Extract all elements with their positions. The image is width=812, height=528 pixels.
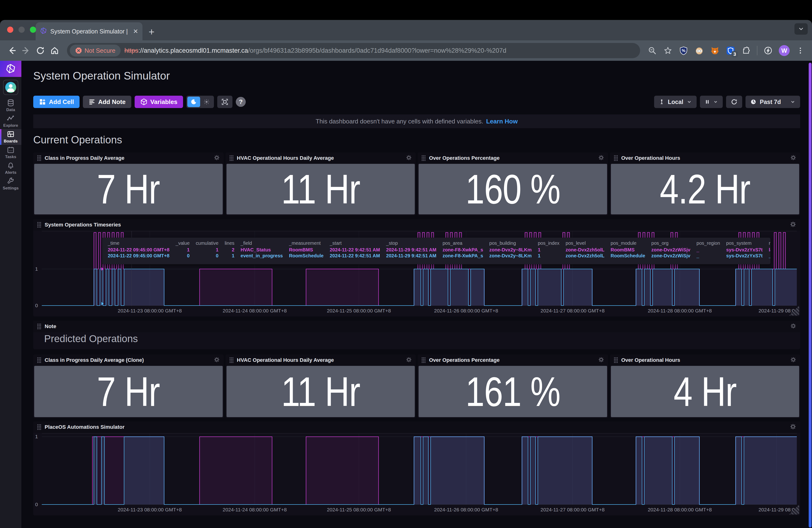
- add-note-button[interactable]: Add Note: [83, 96, 131, 108]
- automations-x-axis: 2024-11-23 08:00:00 GMT+82024-11-24 08:0…: [42, 507, 797, 514]
- app-sidebar: Data Explore Boards Tasks Alerts: [0, 61, 21, 528]
- dark-mode-button[interactable]: [187, 97, 200, 107]
- tab-search-chevron-button[interactable]: [795, 23, 808, 35]
- cell-gear-icon[interactable]: [214, 356, 220, 364]
- cell-title: Note: [45, 323, 787, 329]
- stat-value: 7 Hr: [97, 165, 160, 213]
- drag-handle[interactable]: [229, 357, 234, 363]
- variables-button[interactable]: Variables: [135, 96, 183, 108]
- cell-gear-icon[interactable]: [790, 323, 796, 330]
- new-tab-button[interactable]: +: [149, 27, 155, 37]
- sidebar-item-explore[interactable]: Explore: [0, 114, 21, 129]
- extensions-puzzle-icon[interactable]: [741, 46, 751, 56]
- extension-bitwarden-icon[interactable]: 3: [726, 46, 736, 56]
- cell-gear-icon[interactable]: [214, 155, 220, 162]
- not-secure-icon: [75, 47, 82, 54]
- zoom-page-icon[interactable]: [647, 46, 657, 56]
- sidebar-item-alerts[interactable]: Alerts: [0, 161, 21, 176]
- pause-icon: [705, 99, 710, 104]
- sidebar-item-tasks[interactable]: Tasks: [0, 145, 21, 161]
- add-cell-button[interactable]: Add Cell: [33, 96, 79, 108]
- zoom-window-button[interactable]: [30, 27, 36, 33]
- light-mode-button[interactable]: [200, 97, 213, 107]
- tab-title: System Operation Simulator |: [50, 28, 130, 35]
- section-current-operations: Current Operations: [33, 134, 800, 149]
- cell-title: HVAC Operational Hours Daily Average: [237, 155, 403, 161]
- cell-gear-icon[interactable]: [406, 356, 412, 364]
- cell-title: Class in Progress Daily Average (Clone): [45, 357, 211, 363]
- cell-gear-icon[interactable]: [790, 356, 796, 364]
- sidebar-item-data[interactable]: Data: [0, 98, 21, 114]
- profile-avatar[interactable]: W: [779, 45, 790, 56]
- drag-handle[interactable]: [37, 155, 41, 161]
- minimize-window-button[interactable]: [18, 27, 25, 33]
- home-button[interactable]: [49, 45, 60, 56]
- svg-text:%: %: [682, 48, 685, 53]
- browser-menu-icon[interactable]: [795, 46, 806, 56]
- browser-tab[interactable]: System Operation Simulator | ✕: [35, 22, 143, 40]
- add-note-label: Add Note: [98, 98, 126, 106]
- drag-handle[interactable]: [614, 155, 618, 161]
- refresh-button[interactable]: [726, 96, 742, 108]
- drag-handle[interactable]: [37, 323, 41, 329]
- window-controls: [7, 27, 36, 33]
- page-scrollbar[interactable]: [809, 63, 812, 528]
- browser-toolbar: Not Secure https://analytics.placeosmdl0…: [0, 40, 812, 61]
- bookmark-star-icon[interactable]: [663, 46, 673, 56]
- cell-gear-icon[interactable]: [790, 221, 796, 229]
- automations-plot[interactable]: 10: [42, 433, 797, 505]
- forward-button[interactable]: [21, 45, 31, 56]
- drag-handle[interactable]: [229, 155, 234, 161]
- drag-handle[interactable]: [37, 357, 41, 363]
- address-bar[interactable]: Not Secure https://analytics.placeosmdl0…: [67, 43, 640, 58]
- tab-close-icon[interactable]: ✕: [133, 28, 138, 35]
- close-window-button[interactable]: [7, 27, 13, 33]
- sidebar-item-settings[interactable]: Settings: [0, 176, 21, 192]
- refresh-icon: [731, 99, 737, 105]
- chevron-down-icon: [713, 100, 718, 104]
- chevron-down-icon: [687, 99, 692, 104]
- drag-handle[interactable]: [37, 222, 41, 228]
- sidebar-item-boards[interactable]: Boards: [0, 129, 21, 145]
- reload-button[interactable]: [35, 45, 46, 56]
- extension-face-icon[interactable]: [694, 46, 704, 56]
- drag-handle[interactable]: [421, 357, 426, 363]
- hover-tooltip: _time_valuecumulativelines_field_measure…: [102, 238, 770, 264]
- bitwarden-badge: 3: [731, 51, 738, 57]
- influxdb-logo[interactable]: [0, 61, 21, 77]
- timeseries-cell: System Operations Timeseries 10 2024-11-…: [33, 219, 800, 317]
- automations-cell: PlaceOS Automations Simulator 10 2024-11…: [33, 421, 800, 515]
- stat-cell: Over Operations Percentage 160 %: [418, 152, 608, 215]
- back-button[interactable]: [6, 45, 17, 56]
- cell-gear-icon[interactable]: [406, 155, 412, 162]
- cell-gear-icon[interactable]: [598, 356, 604, 364]
- variables-label: Variables: [150, 98, 177, 106]
- extension-shield-icon[interactable]: %: [679, 46, 688, 56]
- drag-handle[interactable]: [421, 155, 426, 161]
- help-button[interactable]: ?: [236, 97, 246, 107]
- drag-handle[interactable]: [37, 424, 41, 430]
- drag-handle[interactable]: [614, 357, 618, 363]
- explore-graph-icon: [7, 115, 14, 122]
- single-stat: 160 %: [419, 164, 607, 215]
- stat-cell: Class in Progress Daily Average 7 Hr: [33, 152, 224, 215]
- banner-learn-how-link[interactable]: Learn How: [486, 118, 518, 125]
- battery-saver-icon[interactable]: [763, 46, 773, 56]
- cell-gear-icon[interactable]: [790, 155, 796, 162]
- cell-gear-icon[interactable]: [598, 155, 604, 162]
- influxdb-app: Data Explore Boards Tasks Alerts: [0, 61, 812, 528]
- pause-refresh-dropdown[interactable]: [700, 96, 723, 108]
- cell-title: Over Operations Percentage: [429, 357, 595, 363]
- toolbar-right-icons: % 3 W: [647, 45, 806, 56]
- not-secure-chip[interactable]: Not Secure: [70, 45, 121, 57]
- timezone-dropdown[interactable]: Local: [654, 96, 697, 108]
- time-range-dropdown[interactable]: Past 7d: [745, 96, 800, 108]
- tooltip-body: 2024-11-22 09:45:00 GMT+8112HVAC_StatusR…: [108, 247, 770, 259]
- extension-fox-icon[interactable]: [710, 46, 720, 56]
- presentation-mode-button[interactable]: [217, 96, 232, 108]
- variables-banner: This dashboard doesn't have any cells wi…: [33, 114, 800, 128]
- user-avatar-button[interactable]: [3, 80, 18, 95]
- page-title: System Operation Simulator: [33, 69, 800, 84]
- stat-cell: HVAC Operational Hours Daily Average 11 …: [226, 152, 416, 215]
- cell-gear-icon[interactable]: [790, 423, 796, 431]
